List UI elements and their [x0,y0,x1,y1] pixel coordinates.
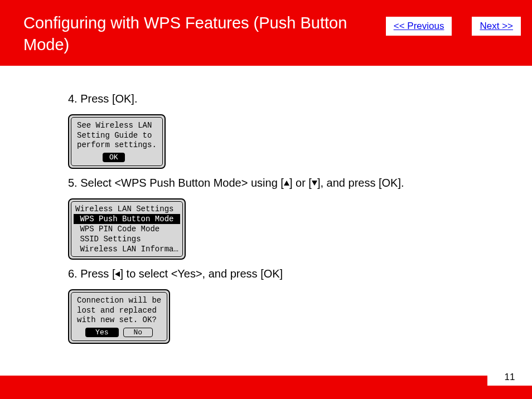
step-5-part-c: ], and press [OK]. [317,177,404,189]
page-title: Configuring with WPS Features (Push Butt… [23,12,358,56]
lcd3-no-button: No [123,328,153,337]
page-number: 11 [487,369,532,386]
lcd1-line2: Setting Guide to [77,131,157,141]
lcd1-ok-button: OK [103,153,125,162]
step-6-part-a: 6. Press [ [68,267,115,280]
lcd2-item5: Wireless LAN Informa… [74,244,180,254]
lcd3-line1: Connection will be [77,296,161,306]
lcd3-line3: with new set. OK? [77,315,161,325]
lcd1-line1: See Wireless LAN [77,121,157,131]
lcd-screen-3: Connection will be lost and replaced wit… [68,289,170,344]
step-5-part-a: 5. Select <WPS Push Button Mode> using [ [68,177,284,189]
triangle-down-icon [312,181,317,186]
lcd3-yes-button: Yes [85,328,118,337]
lcd-screen-2: Wireless LAN Settings WPS Push Button Mo… [68,198,186,260]
footer-gap [0,369,532,376]
step-6-text: 6. Press [] to select <Yes>, and press [… [68,267,532,280]
step-5-part-b: ] or [ [289,177,312,189]
step-5-text: 5. Select <WPS Push Button Mode> using [… [68,177,532,189]
lcd-screen-1: See Wireless LAN Setting Guide to perfor… [68,114,166,169]
page-header: Configuring with WPS Features (Push Butt… [0,0,532,66]
triangle-left-icon [115,271,120,277]
nav-buttons: << Previous Next >> [386,17,521,36]
lcd2-item2-selected: WPS Push Button Mode [74,214,180,224]
lcd2-item1: Wireless LAN Settings [74,204,180,214]
lcd3-line2: lost and replaced [77,306,161,316]
lcd2-item3: WPS PIN Code Mode [74,224,180,234]
step-6-part-b: ] to select <Yes>, and press [OK] [120,267,283,280]
step-4-text: 4. Press [OK]. [68,93,532,105]
lcd2-item4: SSID Settings [74,234,180,244]
triangle-up-icon [284,181,289,186]
next-button[interactable]: Next >> [472,17,521,36]
content-area: 4. Press [OK]. See Wireless LAN Setting … [0,66,532,352]
lcd1-line3: perform settings. [77,140,157,150]
previous-button[interactable]: << Previous [386,17,452,36]
